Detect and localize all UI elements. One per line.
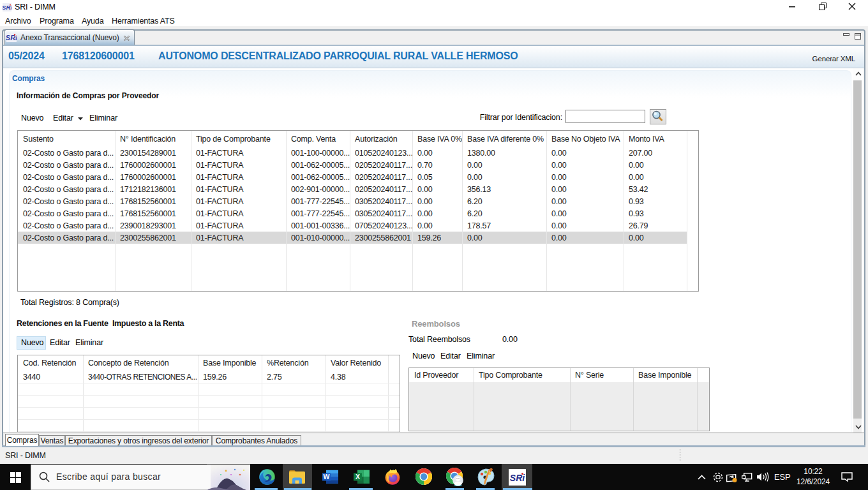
svg-text:W: W: [324, 473, 330, 480]
svg-text:X: X: [355, 473, 360, 480]
